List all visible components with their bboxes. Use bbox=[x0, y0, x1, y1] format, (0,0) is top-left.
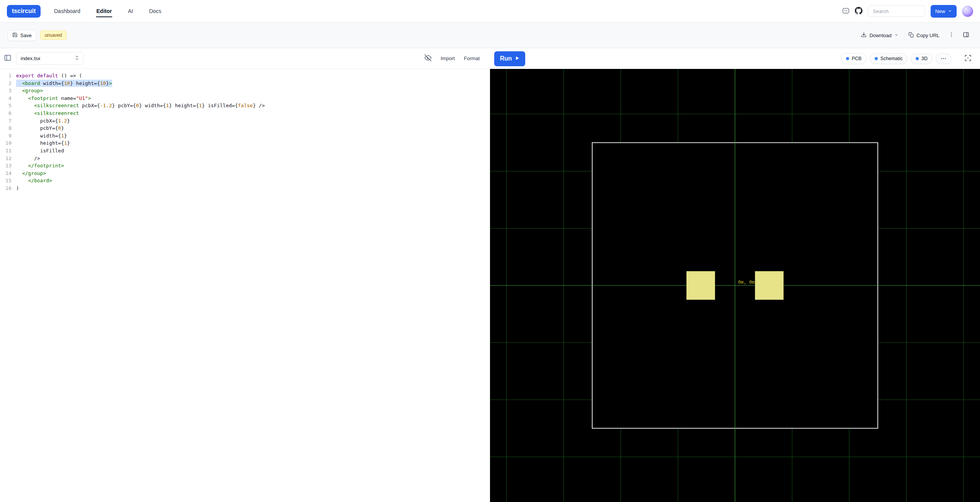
chevron-down-icon bbox=[894, 33, 898, 38]
code-line[interactable]: 12 /> bbox=[0, 155, 490, 162]
format-button[interactable]: Format bbox=[464, 56, 480, 61]
line-number[interactable]: 1 bbox=[0, 72, 11, 80]
line-number[interactable]: 4 bbox=[0, 95, 11, 102]
nav-item-docs[interactable]: Docs bbox=[149, 5, 162, 17]
code-line[interactable]: 3 <group> bbox=[0, 87, 490, 95]
code-editor[interactable]: 1export default () => (2 <board width={1… bbox=[0, 69, 490, 502]
new-button[interactable]: New bbox=[931, 5, 957, 18]
code-line[interactable]: 1export default () => ( bbox=[0, 72, 490, 80]
save-button-label: Save bbox=[20, 33, 32, 38]
line-number[interactable]: 16 bbox=[0, 185, 11, 192]
code-text[interactable]: pcbY={0} bbox=[16, 124, 64, 132]
viewer-header: Run PCB Schematic 3D bbox=[490, 48, 980, 69]
nav-item-dashboard[interactable]: Dashboard bbox=[54, 5, 81, 17]
code-line[interactable]: 9 width={1} bbox=[0, 132, 490, 140]
scan-focus-icon bbox=[964, 54, 972, 63]
code-text[interactable]: export default () => ( bbox=[16, 72, 82, 80]
code-line[interactable]: 6 <silkscreenrect bbox=[0, 110, 490, 117]
code-line[interactable]: 14 </group> bbox=[0, 170, 490, 177]
editor-header-row: index.tsx Import Format Run bbox=[0, 48, 980, 69]
toggle-panel-button[interactable] bbox=[960, 29, 972, 41]
tab-schematic[interactable]: Schematic bbox=[870, 53, 908, 64]
line-number[interactable]: 12 bbox=[0, 155, 11, 162]
pcb-canvas[interactable]: 0m, 0m bbox=[490, 69, 980, 502]
code-line[interactable]: 13 </footprint> bbox=[0, 162, 490, 170]
tab-3d[interactable]: 3D bbox=[911, 53, 933, 64]
silkscreen-rect[interactable] bbox=[686, 271, 715, 300]
tab-pcb-label: PCB bbox=[852, 56, 862, 61]
line-number[interactable]: 10 bbox=[0, 139, 11, 147]
line-number[interactable]: 2 bbox=[0, 80, 11, 87]
nav-item-editor[interactable]: Editor bbox=[96, 5, 112, 17]
code-line[interactable]: 5 <silkscreenrect pcbX={-1.2} pcbY={0} w… bbox=[0, 102, 490, 110]
nav-item-ai[interactable]: AI bbox=[127, 5, 133, 17]
code-text[interactable]: /> bbox=[16, 155, 40, 162]
code-text[interactable]: <footprint name="U1"> bbox=[16, 95, 91, 102]
code-text[interactable]: height={1} bbox=[16, 139, 70, 147]
line-number[interactable]: 15 bbox=[0, 177, 11, 185]
code-line[interactable]: 4 <footprint name="U1"> bbox=[0, 95, 490, 102]
collapse-sidebar-button[interactable] bbox=[4, 54, 11, 63]
line-number[interactable]: 14 bbox=[0, 170, 11, 177]
code-text[interactable]: isFilled bbox=[16, 147, 64, 155]
line-number[interactable]: 7 bbox=[0, 117, 11, 125]
copy-icon bbox=[908, 32, 914, 39]
code-line[interactable]: 8 pcbY={0} bbox=[0, 124, 490, 132]
code-text[interactable]: <silkscreenrect pcbX={-1.2} pcbY={0} wid… bbox=[16, 102, 265, 110]
copy-url-button-label: Copy URL bbox=[916, 33, 939, 38]
code-line[interactable]: 16) bbox=[0, 185, 490, 192]
code-text[interactable]: width={1} bbox=[16, 132, 67, 140]
code-text[interactable]: <group> bbox=[16, 87, 43, 95]
discord-button[interactable] bbox=[842, 8, 849, 15]
line-number[interactable]: 6 bbox=[0, 110, 11, 117]
more-options-button[interactable] bbox=[946, 29, 957, 41]
silkscreen-rect[interactable] bbox=[755, 271, 784, 300]
github-button[interactable] bbox=[855, 7, 862, 16]
kebab-menu-icon bbox=[949, 32, 954, 39]
zoom-to-fit-button[interactable] bbox=[964, 54, 972, 63]
3d-dot-icon bbox=[916, 57, 919, 60]
save-button[interactable]: Save bbox=[8, 30, 36, 41]
line-number[interactable]: 9 bbox=[0, 132, 11, 140]
line-number[interactable]: 11 bbox=[0, 147, 11, 155]
code-text[interactable]: </board> bbox=[16, 177, 52, 185]
code-line[interactable]: 10 height={1} bbox=[0, 139, 490, 147]
search-input[interactable] bbox=[868, 5, 925, 17]
avatar[interactable] bbox=[962, 6, 973, 17]
view-tabs: PCB Schematic 3D bbox=[841, 53, 951, 64]
line-number[interactable]: 8 bbox=[0, 124, 11, 132]
more-views-button[interactable] bbox=[936, 53, 951, 64]
code-line[interactable]: 2 <board width={10} height={10}> bbox=[0, 80, 490, 87]
copy-url-button[interactable]: Copy URL bbox=[905, 30, 943, 41]
run-button[interactable]: Run bbox=[494, 51, 525, 66]
import-button[interactable]: Import bbox=[441, 56, 455, 61]
panel-right-icon bbox=[963, 31, 969, 39]
line-number[interactable]: 13 bbox=[0, 162, 11, 170]
pcb-viewer-panel[interactable]: 0m, 0m bbox=[490, 69, 980, 502]
toggle-preview-button[interactable] bbox=[425, 54, 431, 62]
code-line[interactable]: 15 </board> bbox=[0, 177, 490, 185]
code-text[interactable]: <silkscreenrect bbox=[16, 110, 79, 117]
tab-pcb[interactable]: PCB bbox=[841, 53, 867, 64]
code-text[interactable]: </group> bbox=[16, 170, 46, 177]
file-selector[interactable]: index.tsx bbox=[16, 52, 83, 65]
tscircuit-logo[interactable]: tscircuit bbox=[7, 5, 41, 18]
download-icon bbox=[861, 32, 867, 39]
download-button[interactable]: Download bbox=[857, 29, 902, 41]
code-line[interactable]: 7 pcbX={1.2} bbox=[0, 117, 490, 125]
schematic-dot-icon bbox=[875, 57, 878, 60]
ellipsis-icon bbox=[941, 56, 946, 61]
code-text[interactable]: <board width={10} height={10}> bbox=[16, 80, 112, 87]
discord-icon bbox=[842, 8, 849, 15]
line-number[interactable]: 5 bbox=[0, 102, 11, 110]
line-number[interactable]: 3 bbox=[0, 87, 11, 95]
code-text[interactable]: ) bbox=[16, 185, 19, 192]
panel-left-icon bbox=[4, 54, 11, 63]
chevron-down-icon bbox=[948, 8, 952, 14]
toolbar-right: Download Copy URL bbox=[857, 29, 972, 41]
code-lines: 1export default () => (2 <board width={1… bbox=[0, 72, 490, 192]
code-text[interactable]: pcbX={1.2} bbox=[16, 117, 70, 125]
tab-3d-label: 3D bbox=[921, 56, 928, 61]
code-text[interactable]: </footprint> bbox=[16, 162, 64, 170]
code-line[interactable]: 11 isFilled bbox=[0, 147, 490, 155]
